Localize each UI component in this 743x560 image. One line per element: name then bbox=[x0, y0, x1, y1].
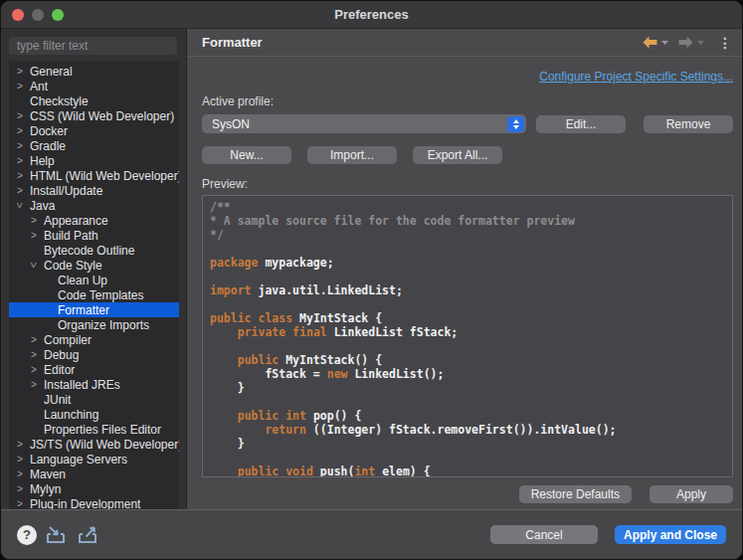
restore-defaults-button[interactable]: Restore Defaults bbox=[519, 485, 632, 503]
tree-item-label: Properties Files Editor bbox=[44, 423, 161, 437]
chevron-expanded-icon[interactable]: > bbox=[29, 260, 44, 271]
import-preferences-icon[interactable] bbox=[46, 525, 69, 544]
active-profile-select[interactable]: SysON bbox=[202, 114, 526, 133]
chevron-collapsed-icon[interactable]: > bbox=[29, 364, 44, 375]
dialog-footer: ? Cancel Apply and Close bbox=[1, 509, 742, 559]
tree-item-label: Maven bbox=[30, 467, 66, 481]
code-line bbox=[210, 270, 732, 283]
chevron-collapsed-icon[interactable]: > bbox=[15, 483, 30, 494]
tree-item-compiler[interactable]: >Compiler bbox=[9, 332, 179, 347]
forward-dropdown-icon[interactable] bbox=[697, 41, 704, 45]
chevron-collapsed-icon[interactable]: > bbox=[15, 66, 30, 77]
tree-item-label: Launching bbox=[44, 408, 98, 422]
traffic-lights bbox=[12, 9, 64, 21]
chevron-expanded-icon[interactable]: > bbox=[15, 200, 30, 211]
forward-arrow-icon[interactable] bbox=[678, 36, 693, 49]
tree-item-html-wild-web-developer[interactable]: >HTML (Wild Web Developer) bbox=[9, 168, 179, 183]
tree-item-editor[interactable]: >Editor bbox=[9, 362, 179, 377]
code-line: return ((Integer) fStack.removeFirst()).… bbox=[210, 423, 732, 437]
code-line: public class MyIntStack { bbox=[210, 311, 732, 325]
tree-item-organize-imports[interactable]: Organize Imports bbox=[9, 317, 179, 332]
code-preview[interactable]: /*** A sample source file for the code f… bbox=[202, 195, 733, 477]
apply-and-close-button[interactable]: Apply and Close bbox=[615, 525, 726, 544]
chevron-collapsed-icon[interactable]: > bbox=[15, 125, 30, 136]
tree-item-label: Installed JREs bbox=[44, 378, 120, 392]
tree-item-js-ts-wild-web-developer[interactable]: >JS/TS (Wild Web Developer) bbox=[9, 437, 179, 452]
chevron-collapsed-icon[interactable]: > bbox=[15, 454, 30, 465]
tree-item-label: HTML (Wild Web Developer) bbox=[30, 169, 179, 183]
chevron-collapsed-icon[interactable]: > bbox=[15, 498, 30, 509]
code-line: } bbox=[210, 381, 732, 395]
back-arrow-icon[interactable] bbox=[643, 36, 657, 49]
tree-item-build-path[interactable]: >Build Path bbox=[9, 228, 179, 243]
new-button[interactable]: New... bbox=[202, 146, 291, 164]
tree-item-debug[interactable]: >Debug bbox=[9, 347, 179, 362]
chevron-collapsed-icon[interactable]: > bbox=[15, 110, 30, 121]
preferences-window: Preferences >General>AntCheckstyle>CSS (… bbox=[0, 0, 743, 560]
chevron-collapsed-icon[interactable]: > bbox=[29, 215, 44, 226]
chevron-collapsed-icon[interactable]: > bbox=[15, 170, 30, 181]
chevron-collapsed-icon[interactable]: > bbox=[15, 468, 30, 479]
tree-item-checkstyle[interactable]: Checkstyle bbox=[9, 93, 179, 108]
chevron-collapsed-icon[interactable]: > bbox=[15, 185, 30, 196]
tree-item-mylyn[interactable]: >Mylyn bbox=[9, 481, 179, 496]
tree-item-code-templates[interactable]: Code Templates bbox=[9, 287, 179, 302]
back-dropdown-icon[interactable] bbox=[661, 41, 668, 45]
help-icon[interactable]: ? bbox=[17, 525, 37, 545]
edit-button[interactable]: Edit... bbox=[536, 115, 626, 133]
tree-item-label: Gradle bbox=[30, 139, 66, 153]
configure-project-specific-settings-link[interactable]: Configure Project Specific Settings... bbox=[539, 70, 733, 84]
import-button[interactable]: Import... bbox=[307, 146, 397, 164]
window-title: Preferences bbox=[1, 7, 742, 22]
tree-item-css-wild-web-developer[interactable]: >CSS (Wild Web Developer) bbox=[9, 108, 179, 123]
chevron-collapsed-icon[interactable]: > bbox=[29, 349, 44, 360]
chevron-collapsed-icon[interactable]: > bbox=[29, 334, 44, 345]
filter-input[interactable] bbox=[9, 37, 177, 55]
code-line: public MyIntStack() { bbox=[210, 353, 732, 367]
view-menu-icon[interactable]: ⋮ bbox=[718, 36, 732, 50]
tree-item-general[interactable]: >General bbox=[9, 64, 179, 79]
tree-item-clean-up[interactable]: Clean Up bbox=[9, 273, 179, 287]
zoom-window-button[interactable] bbox=[52, 9, 64, 21]
chevron-collapsed-icon[interactable]: > bbox=[29, 379, 44, 390]
chevron-collapsed-icon[interactable]: > bbox=[15, 439, 30, 450]
chevron-collapsed-icon[interactable]: > bbox=[15, 140, 30, 151]
tree-item-junit[interactable]: JUnit bbox=[9, 392, 179, 407]
tree-item-label: Compiler bbox=[44, 333, 92, 347]
tree-item-docker[interactable]: >Docker bbox=[9, 123, 179, 138]
tree-item-maven[interactable]: >Maven bbox=[9, 467, 179, 481]
chevron-collapsed-icon[interactable]: > bbox=[15, 155, 30, 166]
tree-item-appearance[interactable]: >Appearance bbox=[9, 213, 179, 228]
tree-item-java[interactable]: >Java bbox=[9, 198, 179, 213]
cancel-button[interactable]: Cancel bbox=[490, 525, 598, 544]
tree-item-code-style[interactable]: >Code Style bbox=[9, 258, 179, 273]
close-window-button[interactable] bbox=[12, 9, 24, 21]
chevron-collapsed-icon[interactable]: > bbox=[15, 81, 30, 92]
export-preferences-icon[interactable] bbox=[78, 525, 100, 544]
chevron-collapsed-icon[interactable]: > bbox=[29, 230, 44, 241]
tree-item-gradle[interactable]: >Gradle bbox=[9, 138, 179, 153]
tree-item-label: Code Templates bbox=[58, 288, 144, 302]
tree-item-bytecode-outline[interactable]: Bytecode Outline bbox=[9, 243, 179, 258]
tree-item-installed-jres[interactable]: >Installed JREs bbox=[9, 377, 179, 392]
tree-item-help[interactable]: >Help bbox=[9, 153, 179, 168]
tree-item-label: Ant bbox=[30, 80, 48, 93]
select-stepper-icon bbox=[507, 116, 524, 132]
tree-item-language-servers[interactable]: >Language Servers bbox=[9, 452, 179, 467]
formatter-panel: Formatter ⋮ bbox=[187, 29, 742, 509]
tree-item-label: Code Style bbox=[44, 259, 102, 273]
remove-button[interactable]: Remove bbox=[644, 115, 733, 133]
tree-item-label: Checkstyle bbox=[30, 94, 89, 108]
export-all-button[interactable]: Export All... bbox=[413, 146, 502, 164]
tree-item-ant[interactable]: >Ant bbox=[9, 79, 179, 93]
tree-item-install-update[interactable]: >Install/Update bbox=[9, 183, 179, 198]
apply-button[interactable]: Apply bbox=[650, 485, 733, 503]
tree-item-label: Formatter bbox=[58, 303, 109, 317]
minimize-window-button[interactable] bbox=[32, 9, 44, 21]
code-line: import java.util.LinkedList; bbox=[210, 283, 732, 297]
tree-item-formatter[interactable]: Formatter bbox=[9, 302, 179, 317]
active-profile-label: Active profile: bbox=[202, 94, 733, 108]
tree-item-launching[interactable]: Launching bbox=[9, 407, 179, 422]
tree-item-plug-in-development[interactable]: >Plug-in Development bbox=[9, 496, 179, 509]
tree-item-properties-files-editor[interactable]: Properties Files Editor bbox=[9, 422, 179, 437]
